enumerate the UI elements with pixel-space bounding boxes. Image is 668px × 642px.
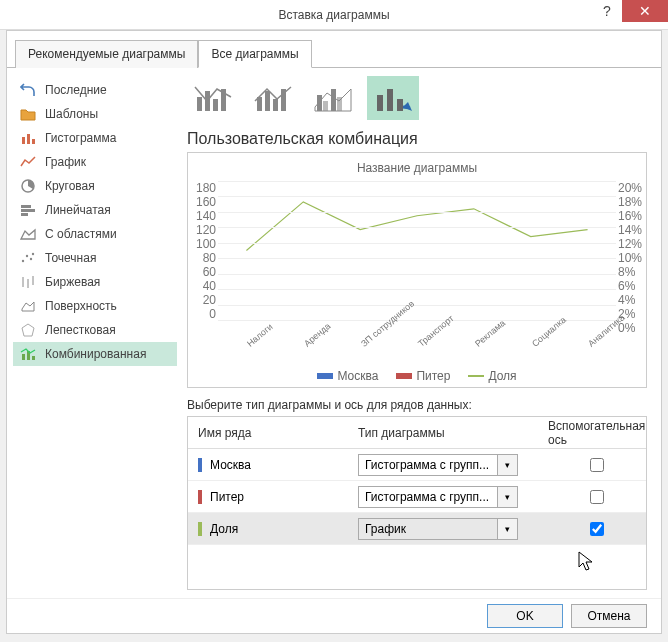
stock-chart-icon <box>19 275 37 289</box>
section-heading: Пользовательская комбинация <box>187 130 647 148</box>
radar-chart-icon <box>19 323 37 337</box>
sidebar-item-label: Гистограмма <box>45 131 116 145</box>
sidebar-item-label: Комбинированная <box>45 347 146 361</box>
type-select[interactable]: Гистограмма с групп...▾ <box>358 486 518 508</box>
chevron-down-icon[interactable]: ▾ <box>497 455 517 475</box>
svg-rect-0 <box>22 137 25 144</box>
sidebar-item-area[interactable]: С областями <box>13 222 177 246</box>
legend-label: Москва <box>337 369 378 383</box>
folder-icon <box>19 107 37 121</box>
window-title: Вставка диаграммы <box>278 8 389 22</box>
legend-label: Питер <box>416 369 450 383</box>
series-section-label: Выберите тип диаграммы и ось для рядов д… <box>187 398 647 412</box>
svg-line-33 <box>403 107 410 108</box>
sidebar-item-line[interactable]: График <box>13 150 177 174</box>
sidebar-item-scatter[interactable]: Точечная <box>13 246 177 270</box>
sidebar-item-bar[interactable]: Линейчатая <box>13 198 177 222</box>
close-button[interactable]: ✕ <box>622 0 668 22</box>
ok-button[interactable]: OK <box>487 604 563 628</box>
surface-chart-icon <box>19 299 37 313</box>
series-row[interactable]: Питер Гистограмма с групп...▾ <box>188 481 646 513</box>
sidebar-item-label: График <box>45 155 86 169</box>
subtype-3[interactable] <box>307 76 359 120</box>
series-name: Доля <box>210 522 238 536</box>
tab-bar: Рекомендуемые диаграммы Все диаграммы <box>7 31 661 68</box>
series-name: Питер <box>210 490 244 504</box>
sidebar-item-label: Точечная <box>45 251 96 265</box>
aux-checkbox[interactable] <box>590 522 604 536</box>
chevron-down-icon[interactable]: ▾ <box>497 487 517 507</box>
svg-rect-31 <box>387 89 393 111</box>
type-select[interactable]: Гистограмма с групп...▾ <box>358 454 518 476</box>
svg-point-8 <box>26 255 28 257</box>
cancel-button[interactable]: Отмена <box>571 604 647 628</box>
svg-rect-6 <box>21 213 28 216</box>
svg-rect-26 <box>317 95 322 111</box>
y-axis-left: 180160140120100806040200 <box>192 181 218 321</box>
scatter-chart-icon <box>19 251 37 265</box>
series-row[interactable]: Доля График▾ <box>188 513 646 545</box>
tab-recommended[interactable]: Рекомендуемые диаграммы <box>15 40 198 68</box>
chart-preview: Название диаграммы 180160140120100806040… <box>187 152 647 388</box>
svg-rect-2 <box>32 139 35 144</box>
titlebar: Вставка диаграммы ? ✕ <box>0 0 668 30</box>
svg-rect-32 <box>397 99 403 111</box>
sidebar: Последние Шаблоны Гистограмма График Кру… <box>7 68 183 598</box>
sidebar-item-label: С областями <box>45 227 117 241</box>
svg-rect-20 <box>213 99 218 111</box>
sidebar-item-pie[interactable]: Круговая <box>13 174 177 198</box>
tab-all[interactable]: Все диаграммы <box>198 40 311 68</box>
y-axis-right: 20%18%16%14%12%10%8%6%4%2%0% <box>616 181 642 321</box>
series-color-icon <box>198 522 202 536</box>
svg-rect-28 <box>331 89 336 111</box>
subtype-1[interactable] <box>187 76 239 120</box>
line-chart-icon <box>19 155 37 169</box>
legend: Москва Питер Доля <box>192 369 642 383</box>
aux-checkbox[interactable] <box>590 458 604 472</box>
legend-label: Доля <box>488 369 516 383</box>
sidebar-item-combo[interactable]: Комбинированная <box>13 342 177 366</box>
chevron-down-icon[interactable]: ▾ <box>497 519 517 539</box>
aux-checkbox[interactable] <box>590 490 604 504</box>
sidebar-item-templates[interactable]: Шаблоны <box>13 102 177 126</box>
svg-rect-5 <box>21 209 35 212</box>
chart-title: Название диаграммы <box>192 161 642 175</box>
svg-point-10 <box>32 253 34 255</box>
svg-rect-1 <box>27 134 30 144</box>
svg-marker-14 <box>22 324 34 336</box>
pie-chart-icon <box>19 179 37 193</box>
sidebar-item-stock[interactable]: Биржевая <box>13 270 177 294</box>
sidebar-item-column[interactable]: Гистограмма <box>13 126 177 150</box>
svg-point-9 <box>30 258 32 260</box>
sidebar-item-radar[interactable]: Лепестковая <box>13 318 177 342</box>
svg-rect-24 <box>273 99 278 111</box>
x-axis-labels: НалогиАрендаЗП сотрудниковТранспортРекла… <box>218 325 616 335</box>
series-color-icon <box>198 458 202 472</box>
sidebar-item-label: Линейчатая <box>45 203 111 217</box>
sidebar-item-surface[interactable]: Поверхность <box>13 294 177 318</box>
series-row[interactable]: Москва Гистограмма с групп...▾ <box>188 449 646 481</box>
subtype-row <box>187 76 647 120</box>
col-type-header: Тип диаграммы <box>358 426 548 440</box>
bar-chart-icon <box>19 203 37 217</box>
undo-icon <box>19 83 37 97</box>
sidebar-item-label: Лепестковая <box>45 323 116 337</box>
svg-rect-17 <box>32 356 35 360</box>
help-button[interactable]: ? <box>592 0 622 22</box>
sidebar-item-recent[interactable]: Последние <box>13 78 177 102</box>
col-name-header: Имя ряда <box>188 426 358 440</box>
series-color-icon <box>198 490 202 504</box>
svg-rect-23 <box>265 91 270 111</box>
subtype-2[interactable] <box>247 76 299 120</box>
subtype-4[interactable] <box>367 76 419 120</box>
combo-chart-icon <box>19 347 37 361</box>
sidebar-item-label: Шаблоны <box>45 107 98 121</box>
svg-rect-27 <box>323 101 328 111</box>
svg-rect-4 <box>21 205 31 208</box>
type-select[interactable]: График▾ <box>358 518 518 540</box>
series-name: Москва <box>210 458 251 472</box>
svg-rect-15 <box>22 354 25 360</box>
series-table: Имя ряда Тип диаграммы Вспомогательная о… <box>187 416 647 590</box>
sidebar-item-label: Последние <box>45 83 107 97</box>
column-chart-icon <box>19 131 37 145</box>
